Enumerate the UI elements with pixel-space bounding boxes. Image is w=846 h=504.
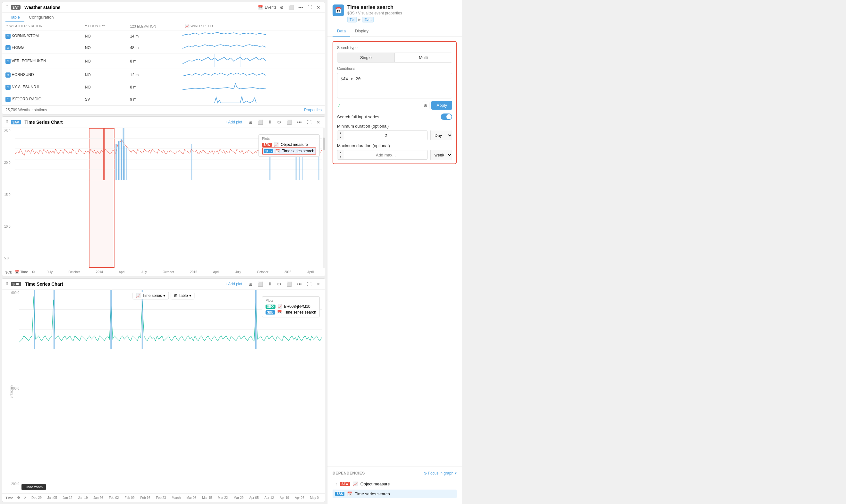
- plot-label-sbq: BR008-jt-PM10: [284, 304, 310, 309]
- plot-item-sbq[interactable]: $BQ 📈 BR008-jt-PM10: [266, 304, 316, 309]
- max-unit-select[interactable]: week Day hour: [430, 150, 452, 160]
- scrollbar-thumb[interactable]: [323, 138, 325, 150]
- panel-main-title: Time series search: [347, 4, 457, 10]
- y-label: 400.0: [11, 386, 19, 390]
- max-spinners[interactable]: ▲ ▼: [337, 150, 344, 159]
- chart1-download-button[interactable]: ⬇: [267, 119, 273, 125]
- min-spinners[interactable]: ▲ ▼: [337, 131, 344, 140]
- chart2-toolbar: 📈 Time series ▾ ⊞ Table ▾: [132, 292, 194, 300]
- tab-display[interactable]: Display: [350, 26, 373, 37]
- multi-button[interactable]: Multi: [395, 53, 452, 62]
- table-row[interactable]: ⊙ NY-ALESUND II NO 8 m: [2, 81, 325, 93]
- svg-rect-9: [121, 140, 122, 180]
- x-label: July: [141, 270, 147, 274]
- col-wind[interactable]: 📈 WIND SPEED: [182, 22, 325, 31]
- table-row[interactable]: ⊙ HORNSUND NO 12 m: [2, 69, 325, 81]
- chart2-grid-button[interactable]: ⊞: [247, 281, 254, 287]
- add-plot-button2[interactable]: + Add plot: [222, 281, 245, 288]
- properties-link[interactable]: Properties: [304, 108, 322, 112]
- min-unit-select[interactable]: Day week hour: [430, 130, 452, 140]
- events-icon[interactable]: 📅: [258, 5, 263, 10]
- table-dropdown[interactable]: ⊞ Table ▾: [170, 292, 195, 300]
- tab-bar: Table Configuration: [2, 13, 325, 22]
- tab-data[interactable]: Data: [332, 26, 350, 37]
- tab-configuration[interactable]: Configuration: [24, 13, 58, 22]
- plot-label-sbs: Time series search: [282, 149, 314, 153]
- conditions-box: $AW > 20: [337, 73, 452, 98]
- chart2-panel: ⠿ $BK Time Series Chart + Add plot ⊞ ⬜ ⬇…: [2, 278, 325, 502]
- chart2-expand-button[interactable]: ⛶: [306, 281, 313, 287]
- single-button[interactable]: Single: [337, 53, 395, 62]
- chart2-view-button[interactable]: ⬜: [285, 281, 293, 287]
- table-row[interactable]: ⊙ FRIGG NO 48 m: [2, 42, 325, 54]
- y-axis2: 600.0 400.0 200.0: [11, 290, 19, 487]
- chart1-scrollbar[interactable]: [323, 128, 325, 268]
- settings-button[interactable]: ⚙: [278, 4, 285, 11]
- time-series-dropdown[interactable]: 📈 Time series ▾: [132, 292, 169, 300]
- time-icon: 📅 Time: [15, 270, 28, 274]
- x-label: Feb 09: [124, 496, 134, 500]
- panel-header: ⠿ $AT Weather stations 📅 Events ⚙ ⬜ ••• …: [2, 2, 325, 13]
- undo-zoom-button[interactable]: Undo zoom: [21, 484, 46, 490]
- dep-item-sbs[interactable]: $BS 📅 Time series search: [332, 490, 457, 498]
- col-station[interactable]: ⊙ WEATHER STATION: [2, 22, 82, 31]
- col-elevation[interactable]: 123 ELEVATION: [127, 22, 182, 31]
- layout-button[interactable]: ⬜: [287, 4, 295, 11]
- tab-table[interactable]: Table: [5, 13, 24, 22]
- min-duration-input[interactable]: ▲ ▼: [337, 130, 428, 140]
- table-row[interactable]: ⊙ VERLEGENHUKEN NO 8 m: [2, 54, 325, 69]
- focus-in-graph-button[interactable]: ⊙ Focus in graph ▾: [424, 471, 457, 475]
- expand-button[interactable]: ⛶: [306, 4, 313, 11]
- chart1-settings-button[interactable]: ⚙: [276, 119, 283, 125]
- chart1-time-settings[interactable]: ⚙: [31, 269, 36, 275]
- x-label: Jan 26: [93, 496, 103, 500]
- close-button[interactable]: ✕: [315, 4, 322, 11]
- y-label: 25.0: [4, 129, 10, 133]
- drag-handle[interactable]: ⠿: [5, 120, 8, 124]
- plot-item-sbs[interactable]: $BS 📅 Time series search: [262, 147, 316, 155]
- chart1-close-button[interactable]: ✕: [315, 119, 322, 125]
- chart2-more-button[interactable]: •••: [296, 281, 303, 287]
- max-up-button[interactable]: ▲: [337, 150, 344, 155]
- wind-chart: [182, 42, 325, 54]
- plot-item-sbb[interactable]: $BB 📅 Time series search: [266, 309, 316, 315]
- add-plot-button[interactable]: + Add plot: [222, 119, 245, 126]
- min-up-button[interactable]: ▲: [337, 131, 344, 135]
- min-value-input[interactable]: [344, 131, 428, 140]
- table-row[interactable]: ⊙ KORNIN/KTOM NO 14 m: [2, 31, 325, 42]
- chart1-more-button[interactable]: •••: [296, 119, 303, 125]
- max-value-input[interactable]: [344, 150, 428, 159]
- dep-item-saw[interactable]: ↑ $AW 📈 Object measure: [332, 479, 457, 488]
- chart1-expand-button[interactable]: ⛶: [306, 119, 313, 125]
- chart1-footer: $CB 📅 Time ⚙ July October 2014 April Jul…: [2, 268, 325, 276]
- more-button[interactable]: •••: [297, 4, 304, 11]
- table-icon: ⊞: [174, 293, 177, 298]
- drag-handle[interactable]: ⠿: [5, 5, 8, 10]
- table-row[interactable]: ⊙ ISFJORD RADIO SV 9 m: [2, 93, 325, 106]
- search-full-toggle[interactable]: [440, 113, 452, 120]
- max-duration-input[interactable]: ▲ ▼: [337, 150, 428, 160]
- chart1-view-button[interactable]: ⬜: [285, 119, 293, 125]
- svg-rect-13: [191, 144, 192, 180]
- plot-item-saw[interactable]: $AW 📈 Object measure: [262, 142, 316, 147]
- add-condition-button[interactable]: ⊕: [422, 102, 429, 109]
- x-axis: July October 2014 April July October 201…: [39, 270, 322, 274]
- max-down-button[interactable]: ▼: [337, 155, 344, 159]
- dep-label-sbs: Time series search: [355, 491, 390, 496]
- min-down-button[interactable]: ▼: [337, 135, 344, 140]
- events-label[interactable]: Events: [265, 5, 277, 10]
- drag-handle[interactable]: ⠿: [5, 282, 8, 286]
- chart1-layout-button[interactable]: ⬜: [256, 119, 264, 125]
- x-label: Mar 29: [233, 496, 244, 500]
- chart2-download-button[interactable]: ⬇: [267, 281, 273, 287]
- country: NO: [82, 54, 127, 69]
- chart1-body: 25.0 20.0 15.0 10.0 5.0: [2, 128, 325, 268]
- chart2-time-settings[interactable]: ⚙: [16, 495, 21, 501]
- chart2-layout-button[interactable]: ⬜: [256, 281, 264, 287]
- chart1-grid-button[interactable]: ⊞: [247, 119, 254, 125]
- chart2-close-button[interactable]: ✕: [315, 281, 322, 287]
- chart2-settings-button[interactable]: ⚙: [276, 281, 283, 287]
- badge-tbl: Tbl: [347, 17, 357, 22]
- col-country[interactable]: ❝ COUNTRY: [82, 22, 127, 31]
- apply-button[interactable]: Apply: [431, 101, 452, 110]
